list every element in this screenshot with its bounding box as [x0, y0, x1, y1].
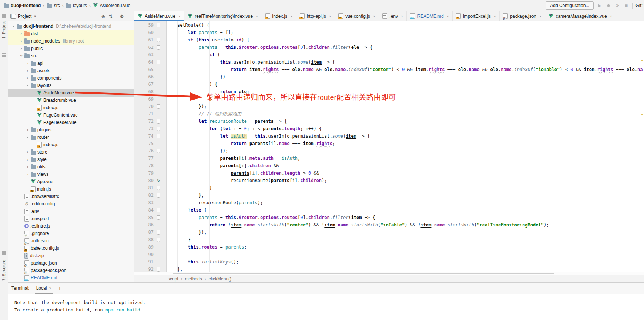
hide-panel-icon[interactable]: — — [127, 14, 132, 19]
close-icon[interactable]: × — [539, 14, 541, 18]
tree-item-src[interactable]: ›src — [8, 52, 134, 60]
tree-item-.env[interactable]: .env — [8, 208, 134, 215]
tree-item-package-lock.json[interactable]: {}package-lock.json — [8, 267, 134, 274]
tree-item-index.js[interactable]: JSindex.js — [8, 141, 134, 148]
tree-item-.editorconfig[interactable]: ⚙.editorconfig — [8, 200, 134, 208]
fold-marker[interactable] — [157, 104, 160, 109]
tree-item-readme.md[interactable]: MDREADME.md — [8, 274, 134, 282]
editor-tab-readme.md[interactable]: MDREADME.md× — [407, 11, 453, 21]
close-icon[interactable]: × — [256, 14, 258, 18]
recursive-call-icon[interactable]: ↻ — [157, 179, 160, 182]
close-icon[interactable]: × — [610, 14, 612, 18]
breadcrumb-item[interactable]: AsideMenu.vue — [93, 3, 130, 8]
fold-marker[interactable] — [157, 193, 160, 198]
chevron-collapsed-icon[interactable]: › — [18, 31, 24, 36]
tree-item-router[interactable]: ›router — [8, 134, 134, 141]
tree-item-store[interactable]: ›store — [8, 148, 134, 156]
editor-tab-asidemenu.vue[interactable]: AsideMenu.vue× — [134, 11, 184, 21]
tree-item-main.js[interactable]: JSmain.js — [8, 185, 134, 193]
tree-item-duoji-frontend[interactable]: ›duoji-frontendD:\zheheWeb\duoji-fronten… — [8, 23, 134, 30]
fold-marker[interactable] — [157, 45, 160, 50]
tree-item-assets[interactable]: ›assets — [8, 67, 134, 74]
fold-marker[interactable] — [157, 230, 160, 235]
close-icon[interactable]: × — [494, 14, 496, 18]
tree-item-plugins[interactable]: ›plugins — [8, 126, 134, 134]
warning-stripe-mark[interactable] — [641, 114, 643, 115]
close-icon[interactable]: × — [447, 14, 449, 18]
stop-icon[interactable]: ■ — [623, 3, 629, 8]
fold-marker[interactable] — [157, 127, 160, 131]
gear-icon[interactable]: ⚙ — [120, 14, 124, 19]
chevron-collapsed-icon[interactable]: › — [24, 61, 31, 66]
close-icon[interactable]: × — [329, 14, 331, 18]
run-with-coverage-icon[interactable]: ⟳ — [614, 3, 620, 8]
tree-item-node-modules[interactable]: ›node_moduleslibrary root — [8, 37, 134, 45]
debug-bug-icon[interactable] — [606, 3, 611, 9]
fold-marker[interactable] — [157, 186, 160, 190]
chevron-collapsed-icon[interactable]: › — [24, 75, 31, 81]
bookmark-icon[interactable] — [2, 53, 6, 57]
close-icon[interactable]: × — [401, 14, 403, 18]
tree-item-layouts[interactable]: ›layouts — [8, 82, 134, 89]
warning-stripe-mark[interactable] — [641, 60, 643, 61]
editor-breadcrumb-item[interactable]: script — [168, 276, 178, 282]
breadcrumb-item[interactable]: src — [47, 3, 60, 8]
git-label[interactable]: Git: — [635, 3, 643, 8]
editor-tab-http-api.js[interactable]: JShttp-api.js× — [296, 11, 335, 21]
chevron-collapsed-icon[interactable]: › — [24, 172, 31, 177]
tree-item-components[interactable]: ›components — [8, 74, 134, 82]
tree-item-api[interactable]: ›api — [8, 60, 134, 67]
close-icon[interactable]: × — [373, 14, 375, 18]
chevron-expanded-icon[interactable]: › — [19, 53, 24, 59]
terminal-output[interactable]: Note that the development build is not o… — [8, 294, 644, 314]
chevron-collapsed-icon[interactable]: › — [24, 149, 31, 155]
tree-item-index.js[interactable]: JSindex.js — [8, 104, 134, 111]
tree-item-pagecontent.vue[interactable]: PageContent.vue — [8, 111, 134, 119]
close-icon[interactable]: × — [49, 286, 51, 290]
fold-marker[interactable] — [157, 149, 160, 153]
horizontal-scrollbar-thumb[interactable] — [173, 273, 554, 274]
fold-marker[interactable] — [157, 208, 160, 212]
fold-marker[interactable] — [157, 60, 160, 64]
tool-window-switch-icon[interactable] — [2, 14, 6, 18]
breadcrumb-item[interactable]: duoji-frontend — [4, 3, 41, 8]
project-view-selector[interactable]: Project ▼ — [10, 14, 37, 19]
terminal-tab-local[interactable]: Local × — [35, 283, 53, 293]
fold-marker[interactable] — [157, 238, 160, 242]
chevron-collapsed-icon[interactable]: › — [24, 68, 31, 73]
tree-item-views[interactable]: ›views — [8, 171, 134, 178]
project-toolwindow-button[interactable]: 1: Project — [1, 21, 6, 38]
editor-tab-vue.config.js[interactable]: JSvue.config.js× — [335, 11, 379, 21]
tree-item-app.vue[interactable]: App.vue — [8, 178, 134, 185]
code-editor[interactable]: 5960616263646566676869707172737475767778… — [134, 21, 644, 272]
breadcrumb-item[interactable]: layouts — [66, 3, 87, 8]
tree-item-.env.prod[interactable]: .env.prod — [8, 215, 134, 222]
tree-item-asidemenu.vue[interactable]: AsideMenu.vue — [8, 89, 134, 97]
tree-item-package.json[interactable]: {}package.json — [8, 259, 134, 267]
fold-marker[interactable] — [157, 134, 160, 138]
tree-item-utils[interactable]: ›utils — [8, 163, 134, 171]
tree-item-.gitignore[interactable]: ⊘.gitignore — [8, 230, 134, 237]
chevron-collapsed-icon[interactable]: › — [18, 46, 24, 51]
chevron-expanded-icon[interactable]: › — [25, 134, 30, 141]
tree-item-babel.config.js[interactable]: JSbabel.config.js — [8, 245, 134, 252]
collapse-all-icon[interactable]: ⇅ — [108, 14, 113, 19]
editor-tab-importexcel.js[interactable]: JSimportExcel.js× — [453, 11, 500, 21]
chevron-collapsed-icon[interactable]: › — [24, 157, 31, 162]
fold-marker[interactable] — [157, 215, 160, 220]
code-area[interactable]: setRoute() { let parents = []; if (this.… — [167, 21, 644, 272]
editor-tab-realtimemonitoring-index.vue[interactable]: realTimeMonitoring\index.vue× — [184, 11, 262, 21]
chevron-expanded-icon[interactable]: › — [11, 23, 16, 30]
tree-item-style[interactable]: ›style — [8, 156, 134, 163]
fold-marker[interactable] — [157, 38, 160, 42]
close-icon[interactable]: × — [178, 14, 181, 18]
fold-marker[interactable] — [157, 23, 160, 27]
chevron-collapsed-icon[interactable]: › — [18, 38, 24, 44]
tree-item-.eslintrc.js[interactable]: .eslintrc.js — [8, 222, 134, 230]
editor-breadcrumb-item[interactable]: clickMenu() — [209, 276, 231, 282]
structure-toolwindow-icon[interactable] — [2, 251, 6, 255]
structure-toolwindow-button[interactable]: 7: Structure — [1, 260, 6, 281]
chevron-collapsed-icon[interactable]: › — [24, 164, 31, 169]
new-terminal-icon[interactable]: + — [58, 285, 61, 292]
editor-tab-cameramanage-index.vue[interactable]: cameraManage\index.vue× — [545, 11, 616, 21]
